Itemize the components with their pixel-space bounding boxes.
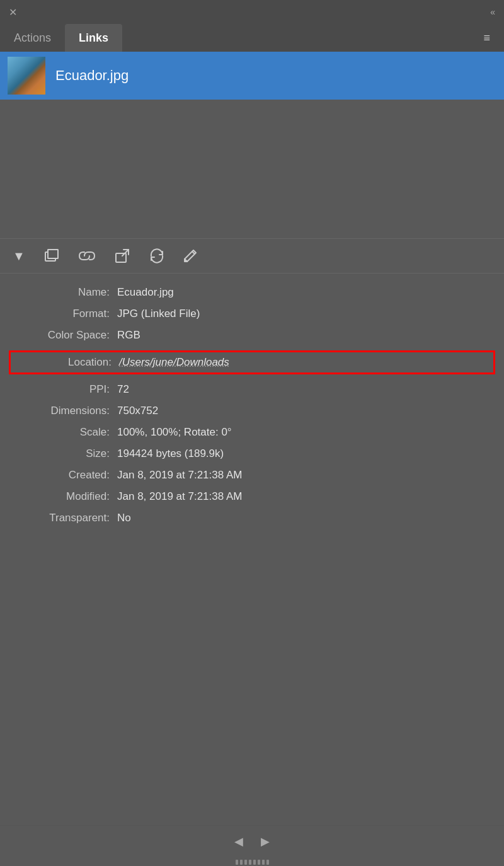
file-list-area: Ecuador.jpg (0, 52, 504, 238)
scale-label: Scale: (15, 426, 110, 439)
size-label: Size: (15, 447, 110, 460)
scroll-dot (253, 860, 256, 865)
tab-links[interactable]: Links (65, 24, 122, 52)
info-panel: Name: Ecuador.jpg Format: JPG (Linked Fi… (0, 274, 504, 825)
thumbnail-image (8, 57, 45, 95)
dimensions-label: Dimensions: (15, 405, 110, 417)
transparent-label: Transparent: (15, 512, 110, 524)
name-label: Name: (15, 286, 110, 299)
links-tab-label: Links (79, 32, 108, 45)
prev-button[interactable]: ◀ (234, 834, 243, 848)
scroll-dots (236, 860, 269, 865)
modified-row: Modified: Jan 8, 2019 at 7:21:38 AM (15, 490, 489, 503)
scroll-dot (249, 860, 251, 865)
colorspace-label: Color Space: (15, 329, 110, 342)
file-thumbnail (8, 57, 45, 95)
location-value[interactable]: /Users/june/Downloads (119, 356, 229, 369)
transparent-value: No (117, 512, 131, 524)
tab-actions[interactable]: Actions (0, 24, 65, 52)
scale-row: Scale: 100%, 100%; Rotate: 0° (15, 426, 489, 439)
scroll-dot (244, 860, 247, 865)
created-value: Jan 8, 2019 at 7:21:38 AM (117, 469, 242, 482)
size-value: 194424 bytes (189.9k) (117, 447, 224, 460)
scroll-indicator (0, 857, 504, 866)
dimensions-row: Dimensions: 750x752 (15, 405, 489, 417)
created-label: Created: (15, 469, 110, 482)
menu-icon[interactable]: ≡ (478, 32, 495, 45)
scroll-dot (266, 860, 269, 865)
modified-value: Jan 8, 2019 at 7:21:38 AM (117, 490, 242, 503)
close-icon[interactable]: ✕ (9, 6, 17, 18)
scroll-dot (236, 860, 238, 865)
name-row: Name: Ecuador.jpg (15, 286, 489, 299)
created-row: Created: Jan 8, 2019 at 7:21:38 AM (15, 469, 489, 482)
update-link-icon[interactable] (149, 248, 165, 264)
ppi-row: PPI: 72 (15, 383, 489, 396)
tab-bar-right: ≡ (122, 24, 504, 52)
collapse-icon[interactable]: « (490, 7, 495, 17)
svg-rect-1 (48, 250, 58, 258)
relink-icon[interactable] (78, 249, 96, 263)
file-item[interactable]: Ecuador.jpg (0, 52, 504, 100)
ppi-value: 72 (117, 383, 129, 396)
edit-original-icon[interactable] (183, 248, 198, 263)
goto-link-icon[interactable] (113, 247, 131, 265)
svg-rect-3 (116, 253, 126, 262)
scroll-dot (258, 860, 260, 865)
format-value: JPG (Linked File) (117, 308, 200, 320)
copy-to-layer-icon[interactable] (43, 247, 60, 265)
panel: ✕ « Actions Links ≡ Ecuador.jpg ▼ (0, 0, 504, 866)
file-list-empty (0, 100, 504, 238)
dimensions-value: 750x752 (117, 405, 158, 417)
size-row: Size: 194424 bytes (189.9k) (15, 447, 489, 460)
scroll-dot (240, 860, 243, 865)
toolbar: ▼ (0, 238, 504, 274)
scroll-dot (262, 860, 265, 865)
location-label: Location: (17, 356, 112, 369)
arrow-down-icon[interactable]: ▼ (13, 249, 25, 263)
next-button[interactable]: ▶ (261, 834, 270, 848)
colorspace-row: Color Space: RGB (15, 329, 489, 342)
location-row: Location: /Users/june/Downloads (9, 350, 495, 374)
format-label: Format: (15, 308, 110, 320)
ppi-label: PPI: (15, 383, 110, 396)
file-name: Ecuador.jpg (55, 67, 129, 84)
format-row: Format: JPG (Linked File) (15, 308, 489, 320)
tab-bar: Actions Links ≡ (0, 24, 504, 52)
scale-value: 100%, 100%; Rotate: 0° (117, 426, 232, 439)
name-value: Ecuador.jpg (117, 286, 174, 299)
modified-label: Modified: (15, 490, 110, 503)
transparent-row: Transparent: No (15, 512, 489, 524)
top-bar: ✕ « (0, 0, 504, 24)
bottom-nav: ◀ ▶ (0, 825, 504, 857)
colorspace-value: RGB (117, 329, 140, 342)
actions-tab-label: Actions (14, 32, 51, 45)
